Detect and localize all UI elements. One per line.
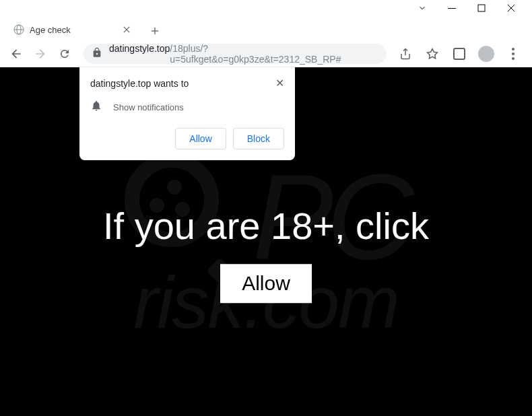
age-prompt-text: If you are 18+, click bbox=[0, 204, 532, 248]
permission-title: datingstyle.top wants to bbox=[90, 78, 189, 89]
page-allow-button[interactable]: Allow bbox=[220, 264, 312, 303]
tab-close-icon[interactable] bbox=[121, 24, 132, 35]
back-button[interactable] bbox=[5, 43, 27, 65]
notification-permission-dialog: datingstyle.top wants to ✕ Show notifica… bbox=[79, 67, 295, 160]
url-domain: datingstyle.top bbox=[109, 43, 170, 65]
allow-button[interactable]: Allow bbox=[175, 128, 226, 149]
share-icon[interactable] bbox=[395, 43, 416, 65]
new-tab-button[interactable] bbox=[145, 22, 164, 40]
svg-marker-12 bbox=[428, 48, 438, 58]
tab-title: Age check bbox=[30, 25, 71, 35]
reload-button[interactable] bbox=[54, 43, 75, 65]
toolbar: datingstyle.top/18plus/?u=5ufkget&o=g0kp… bbox=[0, 40, 532, 67]
menu-button[interactable] bbox=[502, 43, 524, 65]
extensions-icon[interactable] bbox=[448, 43, 470, 65]
url-path: /18plus/?u=5ufkget&o=g0kp3ze&t=2312_SB_R… bbox=[170, 43, 378, 65]
page-content-area: PC risk.com datingstyle.top wants to ✕ S… bbox=[0, 67, 532, 416]
bookmark-star-icon[interactable] bbox=[422, 43, 443, 65]
tab-active[interactable]: Age check bbox=[5, 19, 140, 40]
forward-button[interactable] bbox=[30, 43, 51, 65]
lock-icon bbox=[92, 47, 102, 60]
permission-text: Show notifications bbox=[113, 102, 184, 112]
address-bar[interactable]: datingstyle.top/18plus/?u=5ufkget&o=g0kp… bbox=[84, 44, 387, 64]
svg-rect-0 bbox=[448, 8, 456, 9]
maximize-icon[interactable] bbox=[477, 3, 486, 15]
tab-strip: Age check bbox=[0, 16, 532, 40]
dropdown-caret-icon[interactable] bbox=[418, 3, 427, 15]
permission-close-icon[interactable]: ✕ bbox=[275, 78, 284, 89]
bell-icon bbox=[90, 100, 102, 114]
svg-rect-1 bbox=[478, 5, 485, 11]
close-window-icon[interactable] bbox=[506, 3, 516, 15]
globe-icon bbox=[13, 24, 24, 35]
profile-avatar[interactable] bbox=[475, 43, 497, 65]
minimize-icon[interactable] bbox=[447, 3, 457, 15]
block-button[interactable]: Block bbox=[233, 128, 284, 149]
